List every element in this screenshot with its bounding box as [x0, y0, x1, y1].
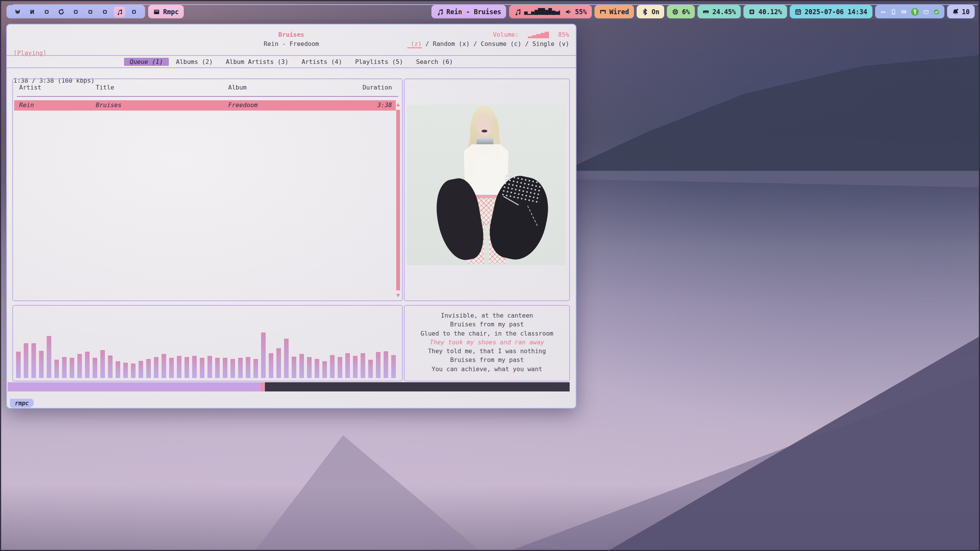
- taskbar-right: 55% Wired On 6% 24.45% 40.12% 2025-07-06…: [560, 5, 975, 18]
- notifications-badge[interactable]: 10: [947, 5, 975, 18]
- visualizer-bar: [47, 336, 51, 378]
- tab-search-6-[interactable]: Search (6): [410, 58, 459, 66]
- volume-percent: 85%: [558, 30, 569, 39]
- workspace-8-music-note[interactable]: [112, 5, 127, 18]
- visualizer-bar: [77, 354, 82, 378]
- visualizer-bars: [16, 309, 399, 378]
- workspace-4-refresh[interactable]: [54, 5, 69, 18]
- tab-playlists-5-[interactable]: Playlists (5): [350, 58, 409, 66]
- tab-artists-4-[interactable]: Artists (4): [296, 58, 348, 66]
- lyrics-line: They told me, that I was nothing: [405, 347, 569, 355]
- visualizer-bar: [284, 339, 289, 378]
- tray-phone-icon[interactable]: [890, 9, 897, 15]
- neovim-icon: [29, 9, 35, 15]
- square-icon: [87, 9, 93, 15]
- visualizer-bar: [54, 360, 59, 378]
- visualizer-bar: [253, 359, 258, 378]
- workspace-1-cat[interactable]: [10, 5, 25, 18]
- workspace-9-square[interactable]: [127, 5, 141, 18]
- visualizer-bar: [368, 360, 373, 378]
- visualizer-bar: [31, 343, 36, 378]
- queue-row[interactable]: ReinBruisesFreedoom3:38: [14, 100, 396, 111]
- rmpc-window: [Playing] 1:38 / 3:38 (160 kbps) Bruises…: [6, 24, 577, 409]
- scrollbar-down-arrow-icon[interactable]: [396, 294, 400, 297]
- visualizer-bar: [353, 356, 358, 378]
- volume-value: 55%: [575, 8, 587, 16]
- visualizer-bar: [39, 351, 44, 378]
- now-playing-label: Rein - Bruises: [446, 8, 501, 16]
- visualizer-bar: [108, 355, 113, 378]
- music-note-icon: [514, 8, 521, 15]
- scrollbar-thumb[interactable]: [396, 110, 400, 290]
- bluetooth-value: On: [652, 8, 659, 16]
- album-art: [407, 104, 566, 265]
- progress-remaining: [265, 382, 570, 391]
- volume-badge[interactable]: 55%: [560, 5, 592, 18]
- visualizer-bar: [16, 352, 21, 378]
- lyrics: Invisible, at the canteenBruises from my…: [405, 311, 569, 373]
- workspace-switcher: [7, 5, 145, 18]
- visualizer-bar: [100, 350, 105, 378]
- ram-icon: [702, 8, 709, 15]
- tab-queue-1-[interactable]: Queue (1): [124, 58, 169, 66]
- disk-icon: [748, 8, 755, 15]
- visualizer-bar: [276, 348, 281, 378]
- column-album: Album: [228, 84, 247, 91]
- lyrics-panel: Invisible, at the canteenBruises from my…: [404, 305, 570, 381]
- progress-thumb[interactable]: [261, 382, 265, 391]
- network-badge[interactable]: Wired: [595, 5, 634, 18]
- visualizer-bar: [131, 364, 136, 378]
- desktop: Rmpc Rein - Bruises ▄▁▄▆██▆█▅▄▅▂▁ 55% Wi…: [0, 0, 980, 551]
- volume-label: Volume:: [493, 30, 519, 39]
- app-badge-rmpc[interactable]: Rmpc: [148, 5, 184, 18]
- taskbar-center: Rein - Bruises ▄▁▄▆██▆█▅▄▅▂▁: [431, 5, 574, 18]
- player-options-block: Volume: 85% (z) / Random (x) / Consume (…: [407, 30, 569, 49]
- music-note-icon: [116, 9, 122, 15]
- bluetooth-icon: [642, 8, 648, 15]
- clock-badge[interactable]: 2025-07-06 14:34: [790, 5, 872, 18]
- now-playing-badge[interactable]: Rein - Bruises: [431, 5, 506, 18]
- ethernet-icon: [599, 8, 606, 15]
- cell-dur: 3:38: [377, 101, 392, 109]
- tab-albums-2-[interactable]: Albums (2): [170, 58, 219, 66]
- lyrics-line: You can achieve, what you want: [405, 365, 569, 373]
- app-badge-label: Rmpc: [163, 8, 179, 16]
- calendar-icon: [795, 8, 802, 15]
- visualizer-bar: [162, 354, 166, 378]
- workspace-7-square[interactable]: [98, 5, 112, 18]
- square-icon: [131, 9, 137, 15]
- workspace-3-square[interactable]: [39, 5, 54, 18]
- refresh-icon: [58, 9, 64, 15]
- visualizer-bar: [93, 358, 97, 378]
- taskbar-left: Rmpc: [7, 5, 184, 18]
- tray-tray-icon[interactable]: [923, 9, 929, 15]
- visualizer-bar: [154, 357, 158, 378]
- column-artist: Artist: [19, 84, 41, 91]
- visualizer-bar: [391, 355, 396, 378]
- cpu-badge: 6%: [667, 5, 694, 18]
- visualizer-bar: [361, 353, 365, 378]
- lyrics-line: Bruises from my past: [405, 355, 569, 364]
- queue-rows: ReinBruisesFreedoom3:38: [14, 100, 396, 111]
- queue-panel: Artist Title Album Duration ReinBruisesF…: [12, 78, 403, 301]
- tray-key-icon[interactable]: [911, 8, 919, 16]
- workspace-2-neovim[interactable]: [25, 5, 39, 18]
- network-value: Wired: [609, 8, 629, 16]
- window-icon: [153, 8, 160, 15]
- workspace-6-square[interactable]: [83, 5, 98, 18]
- visualizer-bar: [330, 355, 335, 378]
- visualizer-bar: [85, 352, 90, 378]
- tray-mustache-icon[interactable]: [880, 9, 886, 15]
- tray-keyboard-icon[interactable]: [901, 9, 907, 15]
- visualizer-panel: [12, 305, 403, 381]
- bluetooth-badge[interactable]: On: [637, 5, 664, 18]
- workspace-5-square[interactable]: [69, 5, 83, 18]
- tab-album-artists-3-[interactable]: Album Artists (3): [220, 58, 294, 66]
- lyrics-line: Glued to the chair, in the classroom: [405, 329, 569, 338]
- bell-icon: [952, 8, 959, 15]
- cell-title: Bruises: [96, 101, 121, 109]
- progress-bar[interactable]: [8, 382, 570, 391]
- tray-check-icon[interactable]: [933, 9, 939, 15]
- visualizer-bar: [307, 357, 312, 378]
- scrollbar-up-arrow-icon[interactable]: [396, 103, 400, 106]
